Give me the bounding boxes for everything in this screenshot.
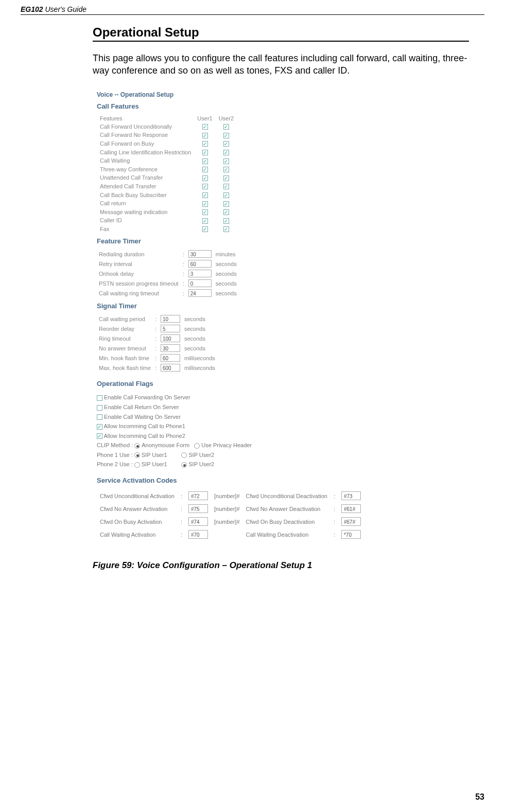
flag-checkbox[interactable] — [97, 414, 102, 420]
timer-unit: seconds — [214, 278, 239, 288]
checkbox-user1[interactable] — [202, 167, 208, 172]
flag-checkbox[interactable] — [97, 424, 102, 430]
checkbox-user2[interactable] — [223, 209, 229, 215]
colon: : — [178, 528, 185, 541]
timer-input[interactable]: 60 — [188, 260, 212, 268]
checkbox-user2[interactable] — [223, 158, 229, 164]
feature-label: Caller ID — [97, 216, 194, 225]
timer-input[interactable]: 3 — [188, 270, 212, 277]
feature-label: Fax — [97, 225, 194, 234]
svc-input[interactable]: #74 — [188, 517, 208, 526]
timer-input[interactable]: 24 — [188, 289, 212, 297]
features-col-label: Features — [97, 114, 194, 122]
svc-input[interactable]: *70 — [341, 530, 361, 539]
svc-suffix — [211, 528, 243, 541]
checkbox-user1[interactable] — [202, 192, 208, 198]
checkbox-user2[interactable] — [223, 184, 229, 189]
timer-input[interactable]: 5 — [161, 325, 180, 332]
table-row: Message waiting indication — [97, 208, 237, 217]
service-activation-title: Service Activation Codes — [97, 476, 412, 484]
svc-input[interactable]: #61# — [341, 504, 361, 513]
feature-label: Calling Line Identification Restriction — [97, 148, 194, 156]
user2-header: User2 — [216, 114, 237, 122]
svc-input[interactable]: #75 — [188, 504, 208, 513]
flag-checkbox[interactable] — [97, 395, 102, 401]
phone1-row: Phone 1 Use : SIP User1 SIP User2 — [97, 450, 412, 460]
phone1-radio-user2[interactable] — [181, 452, 187, 458]
checkbox-user2[interactable] — [223, 226, 229, 232]
phone2-radio-user1[interactable] — [134, 462, 140, 468]
flag-checkbox[interactable] — [97, 405, 102, 411]
timer-input[interactable]: 600 — [161, 364, 180, 372]
colon: : — [153, 353, 159, 363]
timer-input[interactable]: 0 — [188, 279, 212, 287]
checkbox-user1[interactable] — [202, 184, 208, 189]
checkbox-user1[interactable] — [202, 141, 208, 147]
checkbox-user2[interactable] — [223, 141, 229, 147]
operational-flags-title: Operational Flags — [97, 380, 412, 387]
checkbox-user1[interactable] — [202, 124, 208, 130]
checkbox-user2[interactable] — [223, 192, 229, 198]
timer-label: Max. hook flash time — [97, 363, 153, 373]
checkbox-user2[interactable] — [223, 201, 229, 207]
table-row: Call Waiting Activation:#70Call Waiting … — [97, 528, 364, 541]
timer-input-cell: 100 — [159, 333, 182, 343]
checkbox-user2[interactable] — [223, 167, 229, 172]
svc-input[interactable]: #70 — [188, 530, 208, 539]
flag-row: Enable Call Return On Server — [97, 402, 412, 412]
flag-checkbox[interactable] — [97, 433, 102, 439]
feature-label: Three-way Conference — [97, 165, 194, 174]
feature-user2-cell — [216, 199, 237, 208]
timer-input[interactable]: 30 — [161, 344, 180, 352]
table-row: Cfwd On Busy Activation:#74[number]#Cfwd… — [97, 515, 364, 528]
checkbox-user1[interactable] — [202, 226, 208, 232]
checkbox-user1[interactable] — [202, 150, 208, 155]
svc-suffix: [number]# — [211, 502, 243, 515]
phone2-label: Phone 2 Use : — [97, 461, 133, 467]
colon: : — [330, 502, 338, 515]
flag-label: Allow Incomming Call to Phone1 — [103, 423, 185, 429]
table-row: Caller ID — [97, 216, 237, 225]
checkbox-user1[interactable] — [202, 209, 208, 215]
checkbox-user1[interactable] — [202, 175, 208, 181]
timer-input[interactable]: 10 — [161, 315, 180, 323]
feature-user1-cell — [194, 216, 215, 225]
phone2-radio-user2[interactable] — [181, 462, 187, 468]
feature-user2-cell — [216, 190, 237, 199]
timer-input[interactable]: 30 — [188, 250, 212, 258]
timer-unit: milliseconds — [182, 353, 217, 363]
phone1-radio-user1[interactable] — [134, 452, 140, 458]
checkbox-user2[interactable] — [223, 175, 229, 181]
timer-unit: seconds — [182, 343, 217, 353]
table-row: Call Forward on Busy — [97, 139, 237, 148]
timer-input[interactable]: 100 — [161, 334, 180, 342]
checkbox-user2[interactable] — [223, 218, 229, 224]
svc-input[interactable]: #72 — [188, 491, 208, 500]
svc-input[interactable]: #73 — [341, 491, 361, 500]
table-row: Calling Line Identification Restriction — [97, 148, 237, 156]
flag-row: Allow Incomming Call to Phone2 — [97, 431, 412, 441]
checkbox-user1[interactable] — [202, 201, 208, 207]
feature-label: Call Forward Unconditionally — [97, 122, 194, 131]
timer-input-cell: 0 — [186, 278, 214, 288]
feature-user1-cell — [194, 139, 215, 148]
checkbox-user1[interactable] — [202, 158, 208, 164]
feature-user1-cell — [194, 208, 215, 217]
checkbox-user2[interactable] — [223, 133, 229, 138]
colon: : — [178, 489, 185, 502]
colon: : — [181, 288, 186, 298]
checkbox-user1[interactable] — [202, 218, 208, 224]
table-row: Redialing duration:30minutes — [97, 249, 239, 259]
checkbox-user1[interactable] — [202, 133, 208, 138]
svc-label-2: Cfwd No Answer Deactivation — [243, 502, 330, 515]
flag-row: Enable Call Waiting On Server — [97, 412, 412, 422]
clip-radio-privacy[interactable] — [194, 443, 200, 449]
timer-input[interactable]: 60 — [161, 354, 180, 362]
table-row: Attended Call Transfer — [97, 182, 237, 191]
checkbox-user2[interactable] — [223, 124, 229, 130]
feature-user2-cell — [216, 173, 237, 182]
svc-input[interactable]: #67# — [341, 517, 361, 526]
checkbox-user2[interactable] — [223, 150, 229, 155]
clip-radio-anonymous[interactable] — [134, 443, 140, 449]
clip-label: CLIP Method : — [97, 442, 133, 448]
